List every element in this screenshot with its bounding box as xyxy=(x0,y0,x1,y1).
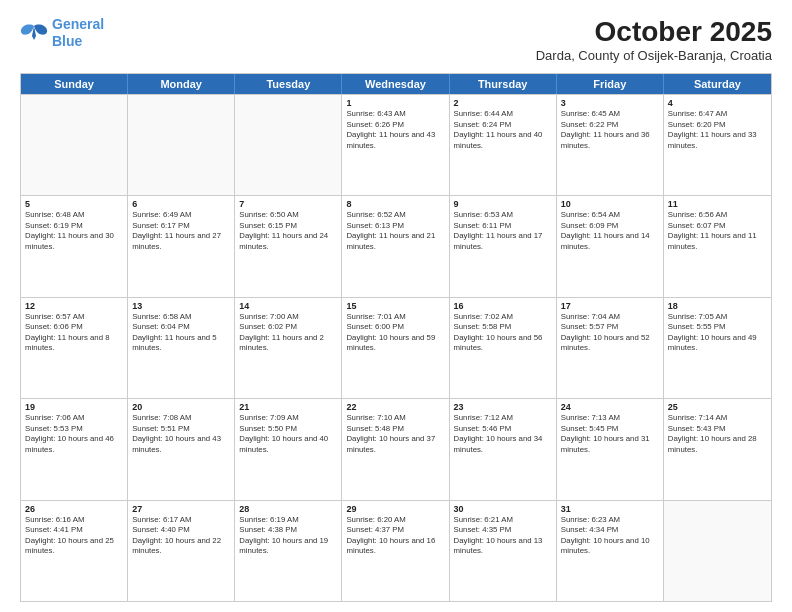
day-number: 27 xyxy=(132,504,230,514)
calendar-cell: 5Sunrise: 6:48 AM Sunset: 6:19 PM Daylig… xyxy=(21,196,128,296)
cell-info: Sunrise: 6:45 AM Sunset: 6:22 PM Dayligh… xyxy=(561,109,659,151)
calendar-cell: 13Sunrise: 6:58 AM Sunset: 6:04 PM Dayli… xyxy=(128,298,235,398)
cell-info: Sunrise: 6:17 AM Sunset: 4:40 PM Dayligh… xyxy=(132,515,230,557)
calendar-cell: 17Sunrise: 7:04 AM Sunset: 5:57 PM Dayli… xyxy=(557,298,664,398)
day-number: 31 xyxy=(561,504,659,514)
calendar-row: 12Sunrise: 6:57 AM Sunset: 6:06 PM Dayli… xyxy=(21,297,771,398)
calendar-cell: 25Sunrise: 7:14 AM Sunset: 5:43 PM Dayli… xyxy=(664,399,771,499)
header: General Blue October 2025 Darda, County … xyxy=(20,16,772,63)
calendar-cell: 26Sunrise: 6:16 AM Sunset: 4:41 PM Dayli… xyxy=(21,501,128,601)
cell-info: Sunrise: 6:47 AM Sunset: 6:20 PM Dayligh… xyxy=(668,109,767,151)
cell-info: Sunrise: 7:04 AM Sunset: 5:57 PM Dayligh… xyxy=(561,312,659,354)
calendar-cell xyxy=(128,95,235,195)
calendar-cell: 19Sunrise: 7:06 AM Sunset: 5:53 PM Dayli… xyxy=(21,399,128,499)
weekday-header: Monday xyxy=(128,74,235,94)
calendar-row: 19Sunrise: 7:06 AM Sunset: 5:53 PM Dayli… xyxy=(21,398,771,499)
weekday-header: Wednesday xyxy=(342,74,449,94)
calendar-header: SundayMondayTuesdayWednesdayThursdayFrid… xyxy=(21,74,771,94)
calendar-cell xyxy=(235,95,342,195)
cell-info: Sunrise: 6:53 AM Sunset: 6:11 PM Dayligh… xyxy=(454,210,552,252)
calendar-cell: 27Sunrise: 6:17 AM Sunset: 4:40 PM Dayli… xyxy=(128,501,235,601)
cell-info: Sunrise: 6:56 AM Sunset: 6:07 PM Dayligh… xyxy=(668,210,767,252)
calendar-cell: 11Sunrise: 6:56 AM Sunset: 6:07 PM Dayli… xyxy=(664,196,771,296)
cell-info: Sunrise: 7:00 AM Sunset: 6:02 PM Dayligh… xyxy=(239,312,337,354)
day-number: 13 xyxy=(132,301,230,311)
calendar-cell: 1Sunrise: 6:43 AM Sunset: 6:26 PM Daylig… xyxy=(342,95,449,195)
calendar-cell: 10Sunrise: 6:54 AM Sunset: 6:09 PM Dayli… xyxy=(557,196,664,296)
cell-info: Sunrise: 7:10 AM Sunset: 5:48 PM Dayligh… xyxy=(346,413,444,455)
day-number: 1 xyxy=(346,98,444,108)
day-number: 10 xyxy=(561,199,659,209)
day-number: 25 xyxy=(668,402,767,412)
calendar-cell: 20Sunrise: 7:08 AM Sunset: 5:51 PM Dayli… xyxy=(128,399,235,499)
cell-info: Sunrise: 7:09 AM Sunset: 5:50 PM Dayligh… xyxy=(239,413,337,455)
cell-info: Sunrise: 6:21 AM Sunset: 4:35 PM Dayligh… xyxy=(454,515,552,557)
day-number: 26 xyxy=(25,504,123,514)
calendar-cell xyxy=(21,95,128,195)
day-number: 24 xyxy=(561,402,659,412)
calendar-cell: 31Sunrise: 6:23 AM Sunset: 4:34 PM Dayli… xyxy=(557,501,664,601)
calendar-row: 26Sunrise: 6:16 AM Sunset: 4:41 PM Dayli… xyxy=(21,500,771,601)
calendar-cell: 3Sunrise: 6:45 AM Sunset: 6:22 PM Daylig… xyxy=(557,95,664,195)
calendar-cell: 24Sunrise: 7:13 AM Sunset: 5:45 PM Dayli… xyxy=(557,399,664,499)
calendar-cell: 21Sunrise: 7:09 AM Sunset: 5:50 PM Dayli… xyxy=(235,399,342,499)
day-number: 3 xyxy=(561,98,659,108)
day-number: 28 xyxy=(239,504,337,514)
calendar-cell: 12Sunrise: 6:57 AM Sunset: 6:06 PM Dayli… xyxy=(21,298,128,398)
day-number: 29 xyxy=(346,504,444,514)
day-number: 19 xyxy=(25,402,123,412)
cell-info: Sunrise: 6:50 AM Sunset: 6:15 PM Dayligh… xyxy=(239,210,337,252)
day-number: 14 xyxy=(239,301,337,311)
cell-info: Sunrise: 7:01 AM Sunset: 6:00 PM Dayligh… xyxy=(346,312,444,354)
calendar: SundayMondayTuesdayWednesdayThursdayFrid… xyxy=(20,73,772,602)
day-number: 23 xyxy=(454,402,552,412)
cell-info: Sunrise: 6:52 AM Sunset: 6:13 PM Dayligh… xyxy=(346,210,444,252)
day-number: 18 xyxy=(668,301,767,311)
cell-info: Sunrise: 6:16 AM Sunset: 4:41 PM Dayligh… xyxy=(25,515,123,557)
calendar-cell: 30Sunrise: 6:21 AM Sunset: 4:35 PM Dayli… xyxy=(450,501,557,601)
day-number: 2 xyxy=(454,98,552,108)
calendar-cell: 6Sunrise: 6:49 AM Sunset: 6:17 PM Daylig… xyxy=(128,196,235,296)
page: General Blue October 2025 Darda, County … xyxy=(0,0,792,612)
cell-info: Sunrise: 6:20 AM Sunset: 4:37 PM Dayligh… xyxy=(346,515,444,557)
cell-info: Sunrise: 6:54 AM Sunset: 6:09 PM Dayligh… xyxy=(561,210,659,252)
cell-info: Sunrise: 6:44 AM Sunset: 6:24 PM Dayligh… xyxy=(454,109,552,151)
calendar-cell: 28Sunrise: 6:19 AM Sunset: 4:38 PM Dayli… xyxy=(235,501,342,601)
calendar-cell xyxy=(664,501,771,601)
logo-text: General Blue xyxy=(52,16,104,50)
cell-info: Sunrise: 6:43 AM Sunset: 6:26 PM Dayligh… xyxy=(346,109,444,151)
calendar-row: 5Sunrise: 6:48 AM Sunset: 6:19 PM Daylig… xyxy=(21,195,771,296)
day-number: 11 xyxy=(668,199,767,209)
day-number: 8 xyxy=(346,199,444,209)
day-number: 4 xyxy=(668,98,767,108)
calendar-cell: 22Sunrise: 7:10 AM Sunset: 5:48 PM Dayli… xyxy=(342,399,449,499)
month-title: October 2025 xyxy=(536,16,772,48)
calendar-cell: 18Sunrise: 7:05 AM Sunset: 5:55 PM Dayli… xyxy=(664,298,771,398)
calendar-cell: 16Sunrise: 7:02 AM Sunset: 5:58 PM Dayli… xyxy=(450,298,557,398)
day-number: 7 xyxy=(239,199,337,209)
calendar-cell: 15Sunrise: 7:01 AM Sunset: 6:00 PM Dayli… xyxy=(342,298,449,398)
day-number: 9 xyxy=(454,199,552,209)
calendar-cell: 8Sunrise: 6:52 AM Sunset: 6:13 PM Daylig… xyxy=(342,196,449,296)
calendar-cell: 14Sunrise: 7:00 AM Sunset: 6:02 PM Dayli… xyxy=(235,298,342,398)
calendar-cell: 4Sunrise: 6:47 AM Sunset: 6:20 PM Daylig… xyxy=(664,95,771,195)
cell-info: Sunrise: 6:19 AM Sunset: 4:38 PM Dayligh… xyxy=(239,515,337,557)
calendar-body: 1Sunrise: 6:43 AM Sunset: 6:26 PM Daylig… xyxy=(21,94,771,601)
calendar-cell: 23Sunrise: 7:12 AM Sunset: 5:46 PM Dayli… xyxy=(450,399,557,499)
day-number: 21 xyxy=(239,402,337,412)
cell-info: Sunrise: 6:57 AM Sunset: 6:06 PM Dayligh… xyxy=(25,312,123,354)
cell-info: Sunrise: 7:06 AM Sunset: 5:53 PM Dayligh… xyxy=(25,413,123,455)
cell-info: Sunrise: 7:14 AM Sunset: 5:43 PM Dayligh… xyxy=(668,413,767,455)
calendar-row: 1Sunrise: 6:43 AM Sunset: 6:26 PM Daylig… xyxy=(21,94,771,195)
cell-info: Sunrise: 6:48 AM Sunset: 6:19 PM Dayligh… xyxy=(25,210,123,252)
cell-info: Sunrise: 7:08 AM Sunset: 5:51 PM Dayligh… xyxy=(132,413,230,455)
day-number: 6 xyxy=(132,199,230,209)
weekday-header: Saturday xyxy=(664,74,771,94)
weekday-header: Thursday xyxy=(450,74,557,94)
calendar-cell: 9Sunrise: 6:53 AM Sunset: 6:11 PM Daylig… xyxy=(450,196,557,296)
title-block: October 2025 Darda, County of Osijek-Bar… xyxy=(536,16,772,63)
day-number: 30 xyxy=(454,504,552,514)
weekday-header: Sunday xyxy=(21,74,128,94)
day-number: 15 xyxy=(346,301,444,311)
logo-icon xyxy=(20,22,48,44)
